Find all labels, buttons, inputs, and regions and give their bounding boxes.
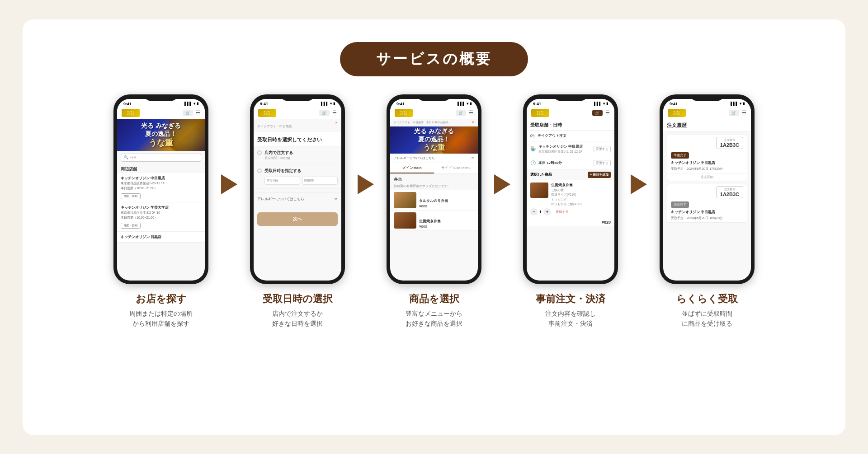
order-num-value-2: 1A2B3C (720, 192, 739, 197)
phone-notch-4 (555, 94, 586, 101)
menu-section-desc-3: 無農薬の有機野菜のサラダになります。 (390, 184, 478, 190)
order-time-info-4: 本日 17時30分 (538, 160, 591, 165)
qty-minus-btn-4[interactable]: － (530, 208, 538, 215)
allergy-link-2[interactable]: アレルギーについてはこちら ✏ (254, 192, 341, 205)
order-time-change-4[interactable]: 変更する (594, 160, 611, 166)
menu-icon-2[interactable]: ☰ (332, 110, 337, 116)
order-num-row-1: 注文番号 1A2B3C (667, 135, 747, 150)
app-header-icons-2: 🛒 ☰ (319, 110, 337, 116)
section-title: サービスの概要 (340, 42, 528, 76)
next-btn-2[interactable]: 次へ (257, 212, 338, 226)
phone-screen-4: 9:41 ▌▌▌ ▾ ▮ キッチンオリジン 🛒 ☰ (527, 99, 614, 281)
status-time-3: 9:41 (396, 102, 405, 106)
menu-icon-4[interactable]: ☰ (605, 110, 610, 116)
phone-notch-5 (691, 94, 723, 101)
app-header-icons-1: 🛒 ☰ (183, 110, 200, 116)
order-store-change-4[interactable]: 変更する (594, 146, 611, 152)
battery-icon-5: ▮ (743, 102, 745, 106)
app-header-4: キッチンオリジン 🛒 ☰ (527, 107, 614, 119)
phone-card-3: 9:41 ▌▌▌ ▾ ▮ キッチンオリジン 🛒 ☰ (387, 94, 481, 329)
radio-option-2[interactable]: 受取日時を指定する 年/月/日 時間帯 (254, 164, 341, 189)
date-dropdown-1[interactable]: 年/月/日 (264, 177, 300, 185)
menu-item-2[interactable]: 生姜焼き弁当 ¥600 (390, 211, 478, 231)
allergy-text-3: アレルギーについてはこちら (394, 156, 435, 160)
date-select-title-2: 受取日時を選択してください (254, 131, 341, 146)
phone-card-1: 9:41 ▌▌▌ ▾ ▮ キッチンオリジン 🛒 (113, 94, 208, 329)
arrow-1 (221, 174, 237, 194)
signal-icon-5: ▌▌▌ (731, 102, 738, 106)
phone-notch-2 (282, 94, 313, 101)
signal-icon-2: ▌▌▌ (321, 102, 329, 106)
app-logo-4: キッチンオリジン (531, 109, 549, 117)
phone-notch-3 (418, 94, 450, 101)
close-icon-2[interactable]: ✕ (335, 121, 338, 125)
nearby-title-1: 周辺店舗 (117, 164, 205, 173)
menu-icon-5[interactable]: ☰ (742, 110, 746, 116)
card-label-area-2: 受取日時の選択 店内で注文するか好きな日時を選択 (250, 292, 345, 329)
card-label-area-1: お店を探す 周囲または特定の場所から利用店舗を探す (113, 292, 208, 329)
search-icon-1: 🔍 (124, 155, 128, 159)
wifi-icon-3: ▾ (467, 102, 468, 106)
menu-item-1[interactable]: タルタルのり弁当 ¥600 (390, 190, 478, 211)
app-header-5: キッチンオリジン 🛒 ☰ (663, 107, 751, 119)
order-detail-link-1[interactable]: 注文詳細 (667, 173, 747, 181)
menu-item-name-1: タルタルのり弁当 (419, 198, 474, 203)
order-item-card-4: 生姜焼き弁当 ご飯の量普通サイズ(¥110) トッピングのりおかかご飯(¥110… (527, 180, 614, 218)
card-label-main-3: 商品を選択 (387, 292, 481, 306)
cart-icon-2[interactable]: 🛒 (319, 110, 330, 116)
order-history-card-2: 注文番号 1A2B3C 受取完了 キッチンオリジン 中目黒店 受取予定：2024… (667, 184, 747, 223)
store-btn-1-1[interactable]: 地図・詳細 (121, 193, 141, 199)
close-icon-3[interactable]: ✕ (472, 121, 474, 125)
card-label-sub-3: 豊富なメニューからお好きな商品を選択 (387, 309, 481, 329)
order-store-sub-4: 東京都目黒区青葉台1-29-12 1F (538, 150, 591, 154)
app-header-2: キッチンオリジン 🛒 ☰ (254, 107, 341, 119)
cart-icon-5[interactable]: 🛒 (729, 110, 739, 116)
menu-tab-main[interactable]: メインMain (390, 163, 434, 173)
order-type-info-4: テイクアウト注文 (538, 133, 611, 138)
menu-item-price-1: ¥600 (419, 204, 474, 208)
order-type-title-4: テイクアウト注文 (538, 133, 611, 138)
radio-circle-2 (257, 168, 262, 173)
search-bar-1[interactable]: 🔍 検索 (121, 154, 201, 162)
cart-icon-4[interactable]: 🛒 (592, 110, 603, 116)
menu-tab-side[interactable]: サイド Side Menu (434, 163, 478, 173)
arrow-4 (631, 174, 647, 194)
bag-icon-4: 🛍 (530, 133, 535, 138)
store-btn-1-2[interactable]: 地図・詳細 (121, 223, 141, 229)
store-item-2: キッチンオリジン 学芸大学店 東京都目黒区五本木2-54-10 本日営業（10:… (117, 202, 205, 232)
order-num-badge-1: 注文番号 1A2B3C (716, 137, 743, 149)
signal-icon-3: ▌▌▌ (458, 102, 465, 106)
radio-label-2: 受取日時を指定する (264, 168, 338, 174)
status-icons-4: ▌▌▌ ▾ ▮ (594, 102, 608, 106)
arrow-2 (358, 174, 374, 194)
app-header-1: キッチンオリジン 🛒 ☰ (117, 107, 205, 119)
order-store-info-4: キッチンオリジン 中目黒店 東京都目黒区青葉台1-29-12 1F (538, 144, 591, 154)
menu-icon-3[interactable]: ☰ (469, 110, 473, 116)
order-store-name-1: キッチンオリジン 中目黒店 (667, 159, 747, 166)
card-label-main-5: らくらく受取 (660, 292, 755, 306)
order-num-value-1: 1A2B3C (720, 142, 739, 148)
add-item-btn-4[interactable]: + 商品を追加 (588, 172, 611, 178)
allergy-link-icon-3: ✏ (472, 156, 474, 160)
date-dropdown-2[interactable]: 時間帯 (302, 177, 338, 185)
app-header-icons-3: 🛒 ☰ (456, 110, 473, 116)
store-item-3: キッチンオリジン 目黒店 (117, 232, 205, 243)
history-header-5: 注文履歴 (663, 119, 751, 132)
qty-plus-btn-4[interactable]: ＋ (543, 208, 551, 215)
delete-btn-4[interactable]: 削除する (556, 210, 569, 214)
card-label-area-5: らくらく受取 並ばずに受取時間に商品を受け取る (660, 292, 755, 329)
menu-icon-1[interactable]: ☰ (196, 110, 200, 116)
qty-num-4: 1 (539, 210, 542, 214)
radio-option-1[interactable]: 店内で注文する 目安時間：30分後 (254, 146, 341, 164)
allergy-row-3[interactable]: アレルギーについてはこちら ✏ (390, 154, 478, 163)
cart-icon-1[interactable]: 🛒 (183, 110, 193, 116)
card-label-sub-4: 注文内容を確認し事前注文・決済 (523, 309, 618, 329)
card-label-main-2: 受取日時の選択 (250, 292, 345, 306)
status-time-5: 9:41 (670, 102, 678, 106)
wifi-icon-5: ▾ (740, 102, 741, 106)
order-section-title-4: 受取店舗・日時 (527, 119, 614, 131)
signal-icon-4: ▌▌▌ (594, 102, 602, 106)
card-label-sub-1: 周囲または特定の場所から利用店舗を探す (113, 309, 208, 329)
cart-icon-3[interactable]: 🛒 (456, 110, 466, 116)
store-hours-1-2: 本日営業（10:00~21:00） (121, 215, 201, 220)
